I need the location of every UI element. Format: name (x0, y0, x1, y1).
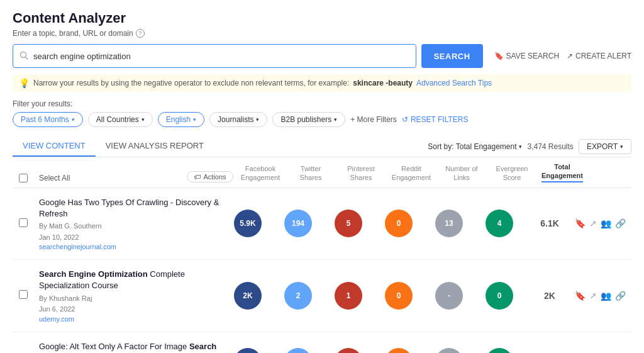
article-title-1[interactable]: Google Has Two Types Of Crawling - Disco… (39, 197, 223, 220)
article-date-2: Jun 6, 2022 (39, 304, 223, 315)
link-action-icon-2[interactable]: 🔗 (615, 291, 626, 301)
tip-text: Narrow your results by using the negativ… (33, 79, 349, 87)
export-button[interactable]: EXPORT ▾ (579, 139, 631, 154)
app-title: Content Analyzer (13, 10, 631, 26)
filter-language[interactable]: English ▾ (158, 112, 204, 127)
more-filters-button[interactable]: + More Filters (350, 115, 397, 124)
chevron-down-icon: ▾ (193, 116, 196, 123)
row-checkbox-1[interactable] (19, 218, 28, 227)
table-header: Select All 🏷 Actions FacebookEngagement … (13, 157, 631, 188)
tab-content[interactable]: VIEW CONTENT (13, 136, 96, 157)
chevron-down-icon: ▾ (620, 143, 623, 150)
save-search-button[interactable]: 🔖 SAVE SEARCH (494, 52, 559, 60)
article-source-2[interactable]: udemy.com (39, 315, 223, 323)
article-title-3[interactable]: Google: Alt Text Only A Factor For Image… (39, 341, 223, 352)
twitter-metric-2: 2 (284, 282, 312, 310)
article-title-2[interactable]: Search Engine Optimization Complete Spec… (39, 269, 223, 291)
evergreen-metric-1: 4 (486, 210, 513, 237)
chevron-down-icon: ▾ (519, 143, 522, 150)
article-author-1: By Matt G. Southern (39, 221, 223, 232)
col-facebook: FacebookEngagement (235, 164, 286, 182)
bookmark-action-icon-1[interactable]: 🔖 (575, 218, 586, 228)
info-icon[interactable]: ? (136, 29, 145, 38)
reddit-metric-1: 0 (385, 210, 413, 237)
table-row: Google: Alt Text Only A Factor For Image… (13, 332, 631, 353)
row-checkbox-2[interactable] (19, 290, 28, 299)
chevron-down-icon: ▾ (142, 116, 145, 123)
advanced-search-link[interactable]: Advanced Search Tips (416, 79, 492, 87)
col-total[interactable]: TotalEngagement (537, 162, 587, 182)
reset-icon: ↺ (402, 115, 408, 124)
bulb-icon: 💡 (19, 78, 30, 88)
links-metric-1: 13 (435, 210, 463, 237)
pinterest-metric-2: 1 (335, 282, 362, 310)
users-action-icon-1[interactable]: 👥 (601, 218, 611, 228)
facebook-metric-1: 5.9K (234, 210, 262, 237)
create-alert-button[interactable]: ↗ CREATE ALERT (567, 52, 631, 60)
reset-filters-button[interactable]: ↺ RESET FILTERS (402, 115, 469, 124)
select-all-checkbox[interactable] (19, 174, 28, 182)
pinterest-metric-1: 5 (335, 210, 362, 237)
filter-b2b[interactable]: B2B publishers ▾ (272, 112, 345, 127)
total-metric-1: 6.1K (540, 218, 559, 228)
link-action-icon-1[interactable]: 🔗 (615, 218, 626, 228)
search-icon (19, 51, 28, 62)
chevron-down-icon: ▾ (256, 116, 259, 123)
bookmark-icon: 🔖 (494, 52, 504, 60)
alert-icon: ↗ (567, 52, 573, 60)
table-row: Google Has Two Types Of Crawling - Disco… (13, 188, 631, 261)
links-metric-2: - (435, 282, 463, 310)
tip-banner: 💡 Narrow your results by using the negat… (13, 74, 631, 92)
twitter-metric-1: 194 (284, 210, 312, 237)
chevron-down-icon: ▾ (72, 116, 75, 123)
filter-row: Past 6 Months ▾ All Countries ▾ English … (13, 112, 631, 127)
svg-line-1 (26, 57, 28, 59)
col-pinterest: PinterestShares (336, 164, 386, 182)
col-links: Number ofLinks (436, 164, 487, 182)
search-button[interactable]: SEARCH (421, 44, 483, 68)
share-action-icon-2[interactable]: ↗ (589, 291, 597, 301)
table-row: Search Engine Optimization Complete Spec… (13, 260, 631, 332)
tag-icon: 🏷 (194, 173, 201, 181)
select-all-label: Select All (39, 174, 70, 182)
users-action-icon-2[interactable]: 👥 (601, 291, 611, 301)
actions-badge[interactable]: 🏷 Actions (187, 171, 233, 182)
chevron-down-icon: ▾ (334, 116, 337, 123)
reddit-metric-2: 0 (385, 282, 413, 310)
col-twitter: TwitterShares (286, 164, 336, 182)
links-metric-3: 19 (435, 348, 463, 353)
filter-time[interactable]: Past 6 Months ▾ (13, 112, 83, 127)
filter-country[interactable]: All Countries ▾ (88, 112, 153, 127)
evergreen-metric-2: 0 (486, 282, 513, 310)
col-reddit: RedditEngagement (386, 164, 436, 182)
bookmark-action-icon-2[interactable]: 🔖 (575, 291, 586, 301)
results-count: 3,474 Results (527, 142, 573, 151)
article-source-1[interactable]: searchenginejournal.com (39, 243, 223, 250)
facebook-metric-2: 2K (234, 282, 262, 310)
tabs-row: VIEW CONTENT VIEW ANALYSIS REPORT Sort b… (13, 136, 631, 157)
pinterest-metric-3: 13 (335, 348, 362, 353)
article-author-2: By Khushank Raj (39, 293, 223, 305)
col-evergreen: EvergreenScore (487, 164, 537, 182)
twitter-metric-3: 241 (284, 348, 312, 353)
subtitle-text: Enter a topic, brand, URL or domain (13, 29, 133, 38)
evergreen-metric-3: 8 (486, 348, 513, 353)
search-input[interactable] (33, 52, 409, 61)
reddit-metric-3: 1 (385, 348, 413, 353)
filter-label: Filter your results: (13, 99, 631, 108)
filter-type[interactable]: Journalists ▾ (209, 112, 267, 127)
total-metric-2: 2K (544, 291, 555, 301)
share-action-icon-1[interactable]: ↗ (589, 218, 597, 228)
tab-analysis[interactable]: VIEW ANALYSIS REPORT (96, 136, 214, 157)
facebook-metric-3: 1.6K (234, 348, 262, 353)
article-date-1: Jan 10, 2022 (39, 232, 223, 244)
tip-example: skincare -beauty (353, 79, 413, 87)
sort-button[interactable]: Sort by: Total Engagement ▾ (428, 142, 522, 151)
